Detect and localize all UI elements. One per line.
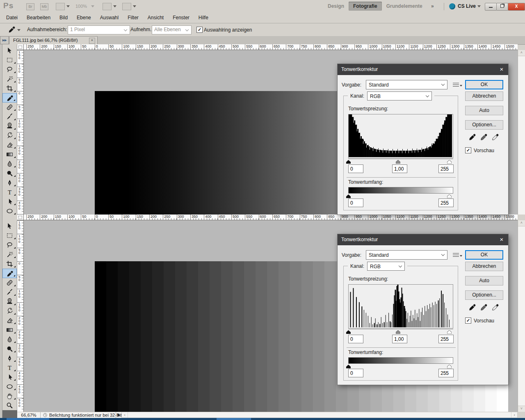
scroll-down-icon[interactable]: ˅ xyxy=(518,406,525,412)
tool-history-brush[interactable] xyxy=(2,131,17,140)
white-point-dropper-icon[interactable] xyxy=(492,133,499,142)
close-button[interactable]: X xyxy=(508,3,525,11)
cs-live-button[interactable]: CS Live xyxy=(458,3,476,9)
tool-crop[interactable] xyxy=(2,84,17,93)
tool-dodge[interactable] xyxy=(2,344,17,354)
tool-lasso[interactable] xyxy=(2,240,17,250)
screen-mode-caret-icon[interactable] xyxy=(133,5,136,7)
eyedropper-tool-preset-icon[interactable] xyxy=(8,26,16,33)
panel-collapse-button[interactable]: ▸▸ xyxy=(0,36,9,44)
vertical-scrollbar-top[interactable]: ˄ xyxy=(518,50,525,215)
tool-brush[interactable] xyxy=(2,112,17,121)
tool-pen[interactable] xyxy=(2,354,17,363)
menu-item-ansicht[interactable]: Ansicht xyxy=(143,12,168,23)
tool-rectangular-marquee[interactable] xyxy=(2,231,17,240)
menu-item-hilfe[interactable]: Hilfe xyxy=(194,12,213,23)
dialog-title[interactable]: Tonwertkorrektur xyxy=(338,64,508,75)
tool-blur[interactable] xyxy=(2,335,17,344)
tool-spot-healing[interactable] xyxy=(2,278,17,288)
output-highlight-field[interactable] xyxy=(438,199,454,207)
options-button[interactable]: Optionen... xyxy=(465,120,503,130)
gray-point-dropper-icon-2[interactable] xyxy=(480,304,488,312)
tool-path-selection[interactable] xyxy=(2,197,17,206)
menu-item-ebene[interactable]: Ebene xyxy=(72,12,96,23)
tool-eyedropper[interactable] xyxy=(2,93,17,103)
arrange-documents-button[interactable] xyxy=(103,3,112,10)
show-ring-checkbox[interactable]: ✓ xyxy=(196,27,203,33)
input-slider-track[interactable] xyxy=(348,159,453,160)
scroll-right-icon[interactable]: › xyxy=(511,412,517,418)
tool-ellipse[interactable] xyxy=(2,206,17,215)
menu-item-fenster[interactable]: Fenster xyxy=(168,12,194,23)
tool-eyedropper[interactable] xyxy=(2,269,17,278)
ok-button-2[interactable]: OK xyxy=(465,250,503,260)
bridge-button[interactable]: Br xyxy=(26,3,34,10)
view-extras-button[interactable] xyxy=(56,3,65,10)
shadow-input-field[interactable] xyxy=(348,164,363,173)
highlight-slider-handle-2[interactable] xyxy=(447,329,452,333)
zoom-level-caret-icon[interactable] xyxy=(91,5,94,7)
tool-eraser[interactable] xyxy=(2,140,17,150)
tool-pen[interactable] xyxy=(2,178,17,187)
tool-rectangular-marquee[interactable] xyxy=(2,55,17,65)
menu-item-filter[interactable]: Filter xyxy=(123,12,143,23)
output-gradient-bar[interactable] xyxy=(348,187,453,194)
tool-magic-wand[interactable] xyxy=(2,250,17,259)
shadow-slider-handle[interactable] xyxy=(346,159,351,163)
horizontal-scrollbar[interactable]: ‹ › xyxy=(121,412,518,418)
scroll-left-icon[interactable]: ‹ xyxy=(122,412,128,418)
preview-checkbox[interactable]: ✓ xyxy=(465,147,471,153)
output-gradient-bar-2[interactable] xyxy=(348,357,453,364)
output-highlight-field-2[interactable] xyxy=(438,369,454,377)
shadow-input-field-2[interactable] xyxy=(348,335,363,343)
menu-item-bild[interactable]: Bild xyxy=(55,12,72,23)
channel-select[interactable]: RGB xyxy=(367,91,432,100)
output-highlight-handle-2[interactable] xyxy=(447,364,452,368)
cancel-button-2[interactable]: Abbrechen xyxy=(465,262,503,271)
channel-select-2[interactable]: RGB xyxy=(367,262,405,271)
preview-checkbox-2[interactable]: ✓ xyxy=(465,317,471,324)
gamma-input-field-2[interactable] xyxy=(392,335,407,343)
tool-gradient[interactable] xyxy=(2,325,17,335)
workspace-tab-design[interactable]: Design xyxy=(323,2,349,11)
preset-select-2[interactable]: Standard xyxy=(366,250,447,260)
output-shadow-field-2[interactable] xyxy=(348,369,363,377)
menu-item-datei[interactable]: Datei xyxy=(2,12,22,23)
workspace-overflow-chevron[interactable]: » xyxy=(427,2,438,11)
tool-lasso[interactable] xyxy=(2,65,17,74)
tool-move[interactable] xyxy=(2,221,17,231)
sample-size-select[interactable]: 1 Pixel xyxy=(68,25,130,34)
tool-type[interactable]: T xyxy=(2,363,17,372)
tool-crop[interactable] xyxy=(2,259,17,269)
view-extras-caret-icon[interactable] xyxy=(66,5,70,7)
scroll-up-icon[interactable]: ˄ xyxy=(518,50,525,56)
workspace-tab-grundelemente[interactable]: Grundelemente xyxy=(382,2,427,11)
gamma-slider-handle-2[interactable] xyxy=(396,329,400,333)
white-point-dropper-icon-2[interactable] xyxy=(492,304,499,312)
tool-clone-stamp[interactable] xyxy=(2,121,17,131)
document-tab[interactable]: FGL111.jpg bei 66,7% (RGB/8#) × xyxy=(9,36,98,44)
options-button-2[interactable]: Optionen... xyxy=(465,290,503,300)
dialog-close-icon-2[interactable]: × xyxy=(495,234,508,245)
menu-item-auswahl[interactable]: Auswahl xyxy=(96,12,123,23)
minimize-button[interactable] xyxy=(485,3,497,11)
auto-button-2[interactable]: Auto xyxy=(465,276,503,285)
tool-eraser[interactable] xyxy=(2,316,17,325)
tool-gradient[interactable] xyxy=(2,150,17,159)
tool-hand[interactable] xyxy=(2,391,17,401)
tool-magic-wand[interactable] xyxy=(2,74,17,84)
ruler-origin-corner[interactable] xyxy=(17,44,24,50)
status-options-icon[interactable]: ▶ xyxy=(116,412,122,418)
gamma-slider-handle[interactable] xyxy=(396,159,400,163)
dialog-close-icon[interactable]: × xyxy=(495,64,508,75)
input-slider-track-2[interactable] xyxy=(348,329,453,331)
menu-item-bearbeiten[interactable]: Bearbeiten xyxy=(22,12,55,23)
dialog-title-2[interactable]: Tonwertkorrektur xyxy=(338,234,508,245)
tool-blur[interactable] xyxy=(2,159,17,169)
document-tab-close-icon[interactable]: × xyxy=(89,38,95,44)
zoom-level-button[interactable]: 100% xyxy=(75,4,87,9)
tool-preset-caret-icon[interactable] xyxy=(17,29,21,31)
cancel-button[interactable]: Abbrechen xyxy=(465,91,503,101)
output-shadow-handle-2[interactable] xyxy=(346,364,351,368)
gray-point-dropper-icon[interactable] xyxy=(480,133,488,142)
